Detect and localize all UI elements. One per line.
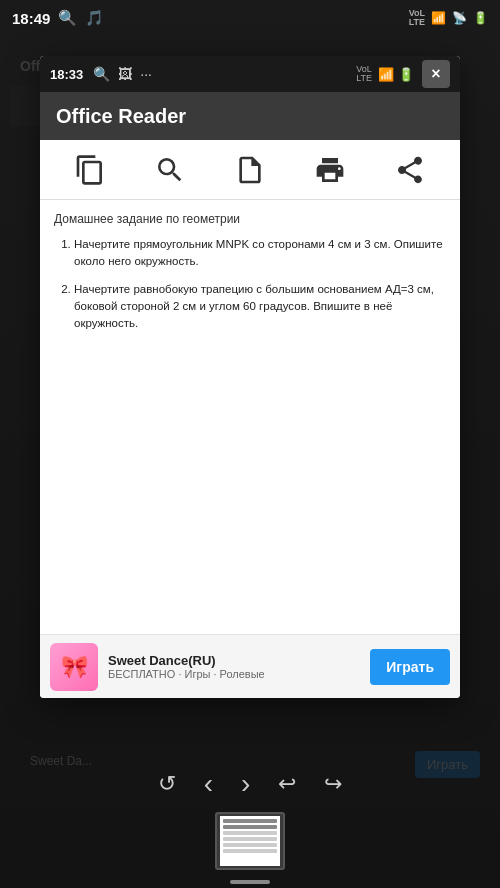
titlebar-vol: VoLLTE <box>356 65 372 83</box>
document-area: Домашнее задание по геометрии Начертите … <box>40 200 460 634</box>
app-title: Office Reader <box>56 105 186 128</box>
document-whitespace <box>54 342 446 622</box>
status-bar: 18:49 🔍 🎵 VoLLTE 📶 📡 🔋 <box>0 0 500 36</box>
signal-icon: 📡 <box>452 11 467 25</box>
titlebar-wifi: 📶 <box>378 67 394 82</box>
shazam-icon: 🎵 <box>85 9 104 27</box>
document-icon <box>234 154 266 186</box>
share-icon <box>394 154 426 186</box>
vol-label: VoLLTE <box>409 9 425 27</box>
document-title: Домашнее задание по геометрии <box>54 212 446 226</box>
ad-play-button[interactable]: Играть <box>370 649 450 685</box>
titlebar-search-icon[interactable]: 🔍 <box>93 66 110 82</box>
wifi-icon: 📶 <box>431 11 446 25</box>
forward-button[interactable]: › <box>241 768 250 800</box>
app-titlebar: 18:33 🔍 🖼 ··· VoLLTE 📶 🔋 × <box>40 56 460 92</box>
document-list: Начертите прямоугольник MNPK со сторонам… <box>54 236 446 332</box>
thumb-bar <box>223 849 277 853</box>
back-button[interactable]: ‹ <box>204 768 213 800</box>
list-item: Начертите равнобокую трапецию с большим … <box>74 281 446 333</box>
ad-banner[interactable]: 🎀 Sweet Dance(RU) БЕСПЛАТНО · Игры · Рол… <box>40 634 460 698</box>
copy-icon <box>74 154 106 186</box>
swipe-handle[interactable] <box>230 880 270 884</box>
redo-button[interactable]: ↪ <box>324 771 342 797</box>
app-window: 18:33 🔍 🖼 ··· VoLLTE 📶 🔋 × Office Reader <box>40 56 460 698</box>
refresh-button[interactable]: ↺ <box>158 771 176 797</box>
search-icon: 🔍 <box>58 9 77 27</box>
battery-icon: 🔋 <box>473 11 488 25</box>
background-screen: Office Reader Sweet Da... Играть 18:33 🔍… <box>0 36 500 888</box>
ad-text: Sweet Dance(RU) БЕСПЛАТНО · Игры · Ролев… <box>108 653 360 680</box>
thumb-bar <box>223 819 277 823</box>
status-bar-left: 18:49 🔍 🎵 <box>12 9 104 27</box>
thumb-bar <box>223 825 277 829</box>
thumbnail-inner <box>220 816 280 866</box>
titlebar-left: 18:33 🔍 🖼 ··· <box>50 66 152 82</box>
undo-button[interactable]: ↩ <box>278 771 296 797</box>
ad-icon: 🎀 <box>50 643 98 691</box>
titlebar-image-icon[interactable]: 🖼 <box>118 66 132 82</box>
thumb-bar <box>223 831 277 835</box>
toolbar-print-btn[interactable] <box>306 146 354 194</box>
titlebar-more-icon[interactable]: ··· <box>140 66 152 82</box>
toolbar-copy-btn[interactable] <box>66 146 114 194</box>
list-item: Начертите прямоугольник MNPK со сторонам… <box>74 236 446 271</box>
thumb-bar <box>223 843 277 847</box>
titlebar-battery: 🔋 <box>398 67 414 82</box>
titlebar-time: 18:33 <box>50 67 83 82</box>
toolbar-doc-btn[interactable] <box>226 146 274 194</box>
titlebar-icons: 🔍 🖼 ··· <box>93 66 152 82</box>
app-header: Office Reader <box>40 92 460 140</box>
status-bar-right: VoLLTE 📶 📡 🔋 <box>409 9 488 27</box>
toolbar-share-btn[interactable] <box>386 146 434 194</box>
ad-subtitle: БЕСПЛАТНО · Игры · Ролевые <box>108 668 360 680</box>
ad-title: Sweet Dance(RU) <box>108 653 360 668</box>
toolbar <box>40 140 460 200</box>
thumb-bar <box>223 837 277 841</box>
status-time: 18:49 <box>12 10 50 27</box>
bottom-nav: ↺ ‹ › ↩ ↪ <box>0 760 500 808</box>
search-icon <box>154 154 186 186</box>
close-button[interactable]: × <box>422 60 450 88</box>
thumbnail-strip[interactable] <box>215 812 285 870</box>
print-icon <box>314 154 346 186</box>
titlebar-right: VoLLTE 📶 🔋 × <box>356 60 450 88</box>
toolbar-search-btn[interactable] <box>146 146 194 194</box>
